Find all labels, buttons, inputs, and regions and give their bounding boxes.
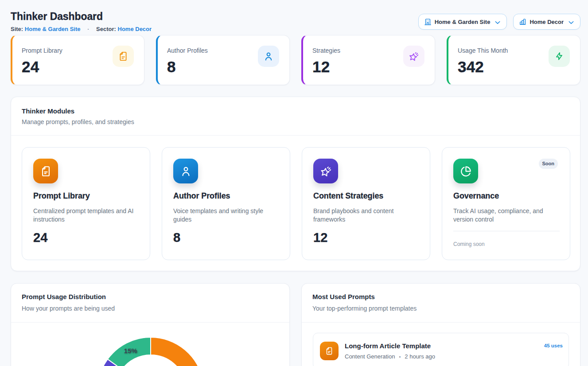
prompt-time: 2 hours ago [405, 353, 435, 360]
donut-chart-svg: 45%25%15%15% [22, 324, 280, 366]
prompts-title: Most Used Prompts [312, 292, 569, 301]
bar-chart-icon [519, 18, 526, 26]
prompt-name: Long-form Article Template [345, 342, 544, 350]
modules-header: Thinker Modules Manage prompts, profiles… [11, 97, 580, 135]
shooting-star-icon [403, 46, 424, 67]
pie-chart-icon [453, 159, 478, 183]
prompt-uses-count: 45 uses [544, 342, 563, 349]
user-icon [173, 159, 198, 183]
stat-label: Prompt Library [22, 47, 62, 55]
file-text-icon [113, 46, 134, 67]
soon-badge: Soon [539, 159, 558, 169]
site-label: Site: [11, 26, 23, 32]
stat-label: Strategies [312, 47, 340, 55]
user-icon [258, 46, 279, 67]
stat-value: 12 [312, 58, 340, 76]
page-header: Thinker Dashboard Site: Home & Garden Si… [11, 11, 580, 33]
chevron-down-icon [494, 19, 501, 26]
file-text-icon [320, 342, 339, 360]
module-card-content-strategies[interactable]: Content Strategies Brand playbooks and c… [302, 147, 430, 260]
site-breadcrumb: Site: Home & Garden Site · Sector: Home … [11, 25, 152, 33]
module-description: Track AI usage, compliance, and version … [453, 207, 559, 224]
zap-icon [549, 46, 570, 67]
prompt-category: Content Generation [345, 353, 395, 360]
dashboard-page: Thinker Dashboard Site: Home & Garden Si… [0, 0, 580, 366]
file-text-icon [33, 159, 58, 183]
site-link[interactable]: Home & Garden Site [25, 26, 81, 32]
header-left: Thinker Dashboard Site: Home & Garden Si… [11, 11, 152, 33]
header-selectors: Home & Garden Site Home Decor [418, 11, 580, 30]
stat-card-author-profiles: Author Profiles 8 [156, 35, 290, 85]
chart-subtitle: How your prompts are being used [22, 304, 279, 312]
bottom-row: Prompt Usage Distribution How your promp… [11, 283, 580, 366]
module-title: Governance [453, 191, 559, 201]
donut-slice-label: 15% [124, 347, 137, 354]
most-used-prompts-card: Most Used Prompts Your top-performing pr… [301, 283, 580, 366]
usage-distribution-card: Prompt Usage Distribution How your promp… [11, 283, 290, 366]
stat-label: Author Profiles [167, 47, 208, 55]
chart-header: Prompt Usage Distribution How your promp… [11, 284, 289, 322]
module-description: Centralized prompt templates and AI inst… [33, 207, 139, 224]
thinker-modules-panel: Thinker Modules Manage prompts, profiles… [11, 97, 580, 271]
module-value: 8 [173, 230, 279, 245]
sector-label: Sector: [96, 26, 116, 32]
chevron-down-icon [568, 19, 575, 26]
site-selector-label: Home & Garden Site [435, 19, 491, 25]
divider [453, 231, 560, 231]
module-title: Content Strategies [313, 191, 419, 201]
building-icon [424, 18, 432, 26]
coming-soon-label: Coming soon [453, 241, 559, 248]
stat-value: 8 [167, 58, 208, 76]
sector-selector-label: Home Decor [530, 19, 564, 25]
stat-card-strategies: Strategies 12 [301, 35, 435, 85]
prompt-list-item[interactable]: Long-form Article Template Content Gener… [313, 333, 569, 366]
stat-card-usage: Usage This Month 342 [447, 35, 580, 85]
stat-value: 342 [458, 58, 508, 76]
donut-slice-content-generation[interactable] [151, 337, 204, 366]
module-description: Brand playbooks and content frameworks [313, 207, 419, 224]
separator-dot: · [87, 26, 89, 32]
prompts-subtitle: Your top-performing prompt templates [312, 304, 569, 312]
stat-label: Usage This Month [458, 47, 508, 55]
prompts-header: Most Used Prompts Your top-performing pr… [302, 284, 580, 322]
donut-chart: 45%25%15%15% [11, 323, 289, 366]
sector-link[interactable]: Home Decor [118, 26, 152, 32]
site-selector-dropdown[interactable]: Home & Garden Site [418, 14, 507, 30]
module-value: 24 [33, 230, 139, 245]
chart-title: Prompt Usage Distribution [22, 292, 279, 301]
stat-value: 24 [22, 58, 62, 76]
module-card-governance[interactable]: Soon Governance Track AI usage, complian… [442, 147, 570, 260]
module-card-prompt-library[interactable]: Prompt Library Centralized prompt templa… [22, 147, 150, 260]
separator-dot: • [399, 354, 401, 359]
module-description: Voice templates and writing style guides [173, 207, 279, 224]
modules-title: Thinker Modules [22, 107, 569, 116]
module-title: Prompt Library [33, 191, 139, 201]
sector-selector-dropdown[interactable]: Home Decor [513, 14, 580, 30]
module-value: 12 [313, 230, 419, 245]
stat-card-prompt-library: Prompt Library 24 [11, 35, 144, 85]
modules-grid: Prompt Library Centralized prompt templa… [11, 136, 580, 271]
page-title: Thinker Dashboard [11, 11, 152, 22]
module-card-author-profiles[interactable]: Author Profiles Voice templates and writ… [162, 147, 290, 260]
shooting-star-icon [313, 159, 338, 183]
modules-subtitle: Manage prompts, profiles, and strategies [22, 118, 569, 126]
prompt-list: Long-form Article Template Content Gener… [302, 323, 580, 366]
stats-row: Prompt Library 24 Author Profiles 8 Stra… [11, 35, 580, 85]
prompt-meta: Content Generation•2 hours ago [345, 353, 544, 360]
module-title: Author Profiles [173, 191, 279, 201]
